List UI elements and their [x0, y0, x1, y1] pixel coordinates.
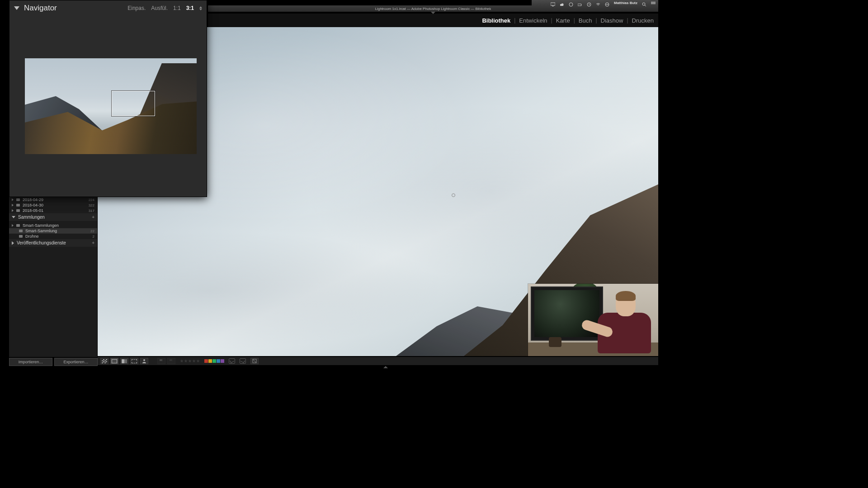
compare-view-button[interactable] [120, 358, 128, 364]
mac-user-name[interactable]: Matthias Butz [614, 1, 637, 5]
loupe-icon [112, 359, 117, 363]
svg-line-15 [253, 359, 256, 363]
webcam-monitor [531, 286, 603, 341]
webcam-overlay [528, 284, 658, 356]
navigator-panel: Navigator Einpas. Ausfül. 1:1 3:1 [9, 0, 207, 197]
folder-count: 322 [89, 203, 94, 207]
zoom-fill[interactable]: Ausfül. [151, 5, 168, 11]
filmstrip-reveal[interactable] [383, 366, 388, 368]
color-blue[interactable] [217, 359, 220, 363]
flag-reject-button[interactable] [167, 358, 175, 364]
collections-header[interactable]: Sammlungen + [9, 213, 97, 221]
folder-label: 2018-04-29 [23, 197, 86, 202]
collection-label: Smart-Sammlungen [23, 223, 92, 228]
smart-collection-icon [19, 230, 23, 232]
compare-icon [122, 359, 127, 363]
collection-icon [19, 235, 23, 238]
zoom-stepper[interactable] [199, 6, 202, 10]
collection-label: Smart-Sammlung [25, 229, 88, 233]
svg-rect-7 [581, 4, 581, 5]
left-panel: 2018-04-29 224 2018-04-30 322 2018-05-01… [9, 197, 98, 357]
webcam-person [595, 292, 654, 356]
svg-point-13 [143, 359, 145, 361]
module-sep: | [574, 17, 575, 23]
folder-icon [16, 204, 20, 206]
zoom-1to1[interactable]: 1:1 [173, 5, 181, 11]
zoom-selected[interactable]: 3:1 [186, 5, 194, 11]
folder-row[interactable]: 2018-04-30 322 [9, 202, 97, 208]
spotlight-icon[interactable] [642, 0, 646, 5]
toolbar [98, 357, 658, 365]
folder-count: 224 [89, 198, 94, 202]
folder-label: 2018-05-01 [23, 208, 86, 213]
navigator-viewport-rect[interactable] [112, 91, 155, 116]
notifications-icon[interactable] [651, 2, 656, 4]
navigator-preview[interactable] [25, 58, 197, 154]
wifi-icon[interactable] [596, 0, 600, 5]
folder-row[interactable]: 2018-05-01 317 [9, 208, 97, 213]
cloud-icon[interactable] [560, 0, 564, 5]
flag-x-icon [169, 359, 174, 363]
chevron-down-icon [12, 216, 15, 218]
module-bibliothek[interactable]: Bibliothek [482, 17, 510, 24]
svg-rect-6 [578, 4, 581, 5]
module-diashow[interactable]: Diashow [601, 17, 623, 24]
flag-pick-button[interactable] [157, 358, 165, 364]
battery-icon[interactable] [578, 0, 582, 5]
collection-row[interactable]: Smart-Sammlungen [9, 223, 97, 228]
navigator-title: Navigator [24, 4, 57, 13]
color-purple[interactable] [221, 359, 224, 363]
loading-indicator-icon [452, 193, 455, 197]
rotate-ccw-button[interactable] [229, 358, 235, 364]
caret-icon [12, 204, 14, 206]
publish-header[interactable]: Veröffentlichungsdienste + [9, 239, 97, 247]
people-icon [142, 359, 147, 363]
svg-rect-1 [552, 6, 554, 6]
color-red[interactable] [204, 359, 208, 363]
navigator-header: Navigator Einpas. Ausfül. 1:1 3:1 [9, 0, 207, 16]
webcam-cup [549, 337, 561, 347]
color-yellow[interactable] [208, 359, 212, 363]
publish-title: Veröffentlichungsdienste [17, 240, 66, 245]
export-button[interactable]: Exportieren… [54, 358, 98, 366]
module-drucken[interactable]: Drucken [632, 17, 654, 24]
display-icon[interactable] [551, 0, 555, 5]
people-view-button[interactable] [140, 358, 148, 364]
svg-rect-4 [561, 5, 563, 6]
grid-view-button[interactable] [100, 358, 108, 364]
star-rating[interactable] [180, 359, 200, 363]
survey-view-button[interactable] [130, 358, 138, 364]
mac-menubar: Matthias Butz [532, 0, 658, 5]
module-buch[interactable]: Buch [579, 17, 592, 24]
add-publish-icon[interactable]: + [92, 240, 94, 245]
smart-collection-icon [16, 224, 20, 227]
zoom-fit[interactable]: Einpas. [127, 5, 146, 11]
import-button[interactable]: Importieren… [9, 358, 52, 366]
module-sep: | [595, 17, 597, 23]
loupe-view-button[interactable] [110, 358, 118, 364]
rotate-cw-button[interactable] [240, 358, 246, 364]
sync-button[interactable] [250, 358, 259, 364]
caret-icon [12, 198, 14, 201]
sync-icon [252, 359, 257, 363]
import-export-bar: Importieren… Exportieren… [9, 358, 98, 366]
module-sep: | [514, 17, 515, 23]
module-karte[interactable]: Karte [556, 17, 570, 24]
siri-icon[interactable] [569, 0, 573, 5]
module-entwickeln[interactable]: Entwickeln [519, 17, 547, 24]
grid-icon [102, 359, 107, 363]
top-panel-reveal[interactable] [431, 12, 435, 14]
add-collection-icon[interactable]: + [92, 215, 94, 220]
collection-row[interactable]: Smart-Sammlung 22 [9, 228, 97, 234]
folder-row[interactable]: 2018-04-29 224 [9, 197, 97, 202]
chevron-right-icon [12, 241, 14, 245]
timemachine-icon[interactable] [587, 0, 591, 5]
color-green[interactable] [212, 359, 216, 363]
survey-icon [132, 359, 137, 363]
navigator-collapse-icon[interactable] [14, 6, 19, 10]
svg-line-12 [645, 5, 646, 6]
dnd-icon[interactable] [605, 0, 609, 5]
collection-count: 22 [90, 229, 94, 233]
collection-row[interactable]: Drohne 2 [9, 234, 97, 239]
flag-icon [159, 359, 164, 363]
